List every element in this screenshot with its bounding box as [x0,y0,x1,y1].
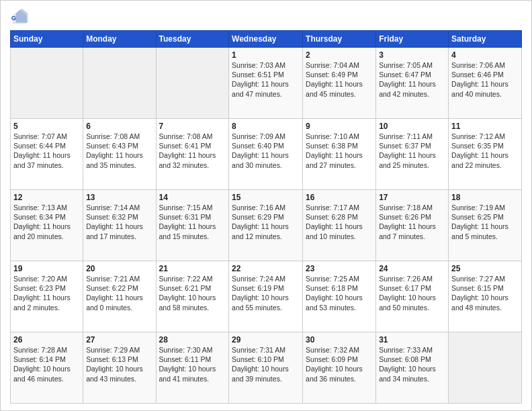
day-info: Sunrise: 7:05 AMSunset: 6:47 PMDaylight:… [379,60,445,99]
day-number: 26 [13,335,80,345]
day-number: 31 [379,335,445,345]
day-number: 21 [159,264,226,273]
table-cell: 25Sunrise: 7:27 AMSunset: 6:15 PMDayligh… [449,261,522,332]
day-info: Sunrise: 7:17 AMSunset: 6:28 PMDaylight:… [306,203,373,241]
day-info: Sunrise: 7:27 AMSunset: 6:15 PMDaylight:… [451,274,519,312]
day-info: Sunrise: 7:13 AMSunset: 6:34 PMDaylight:… [13,203,80,241]
table-cell: 28Sunrise: 7:30 AMSunset: 6:11 PMDayligh… [156,332,229,404]
logo-icon: G [10,7,29,26]
day-info: Sunrise: 7:20 AMSunset: 6:23 PMDaylight:… [13,274,80,312]
day-info: Sunrise: 7:15 AMSunset: 6:31 PMDaylight:… [159,203,226,241]
col-sunday: Sunday [11,31,83,48]
day-info: Sunrise: 7:28 AMSunset: 6:14 PMDaylight:… [13,345,80,383]
col-friday: Friday [376,31,449,48]
day-info: Sunrise: 7:07 AMSunset: 6:44 PMDaylight:… [13,132,80,170]
table-cell [156,48,229,119]
logo: G [10,7,32,26]
day-info: Sunrise: 7:33 AMSunset: 6:08 PMDaylight:… [379,345,445,383]
day-number: 22 [232,264,300,273]
day-number: 27 [86,335,152,345]
table-cell: 18Sunrise: 7:19 AMSunset: 6:25 PMDayligh… [449,190,522,261]
day-info: Sunrise: 7:22 AMSunset: 6:21 PMDaylight:… [159,274,226,312]
table-cell [83,48,156,119]
table-cell: 10Sunrise: 7:11 AMSunset: 6:37 PMDayligh… [376,119,449,190]
day-number: 18 [451,193,519,202]
table-cell: 21Sunrise: 7:22 AMSunset: 6:21 PMDayligh… [156,261,229,332]
day-info: Sunrise: 7:04 AMSunset: 6:49 PMDaylight:… [306,60,373,99]
table-cell: 19Sunrise: 7:20 AMSunset: 6:23 PMDayligh… [11,261,83,332]
day-info: Sunrise: 7:11 AMSunset: 6:37 PMDaylight:… [379,132,445,170]
col-thursday: Thursday [303,31,376,48]
table-cell: 30Sunrise: 7:32 AMSunset: 6:09 PMDayligh… [303,332,376,404]
day-number: 5 [13,122,80,131]
table-cell: 29Sunrise: 7:31 AMSunset: 6:10 PMDayligh… [229,332,303,404]
day-info: Sunrise: 7:21 AMSunset: 6:22 PMDaylight:… [86,274,152,312]
table-cell: 23Sunrise: 7:25 AMSunset: 6:18 PMDayligh… [303,261,376,332]
day-number: 3 [379,50,445,60]
day-info: Sunrise: 7:32 AMSunset: 6:09 PMDaylight:… [306,345,373,383]
table-cell: 12Sunrise: 7:13 AMSunset: 6:34 PMDayligh… [11,190,83,261]
table-cell: 11Sunrise: 7:12 AMSunset: 6:35 PMDayligh… [449,119,522,190]
day-info: Sunrise: 7:24 AMSunset: 6:19 PMDaylight:… [232,274,300,312]
day-number: 19 [13,264,80,273]
day-number: 30 [306,335,373,345]
day-info: Sunrise: 7:25 AMSunset: 6:18 PMDaylight:… [306,274,373,312]
col-wednesday: Wednesday [229,31,303,48]
day-number: 20 [86,264,152,273]
day-info: Sunrise: 7:06 AMSunset: 6:46 PMDaylight:… [451,60,519,99]
table-cell: 31Sunrise: 7:33 AMSunset: 6:08 PMDayligh… [376,332,449,404]
calendar-header-row: Sunday Monday Tuesday Wednesday Thursday… [11,31,522,48]
table-cell: 20Sunrise: 7:21 AMSunset: 6:22 PMDayligh… [83,261,156,332]
day-info: Sunrise: 7:09 AMSunset: 6:40 PMDaylight:… [232,132,300,170]
day-number: 23 [306,264,373,273]
day-number: 16 [306,193,373,202]
table-cell [11,48,83,119]
table-cell: 24Sunrise: 7:26 AMSunset: 6:17 PMDayligh… [376,261,449,332]
table-cell [449,332,522,404]
day-number: 9 [306,122,373,131]
calendar-week-row: 5Sunrise: 7:07 AMSunset: 6:44 PMDaylight… [11,119,522,190]
day-number: 12 [13,193,80,202]
day-number: 14 [159,193,226,202]
col-monday: Monday [83,31,156,48]
day-number: 24 [379,264,445,273]
day-number: 4 [451,50,519,60]
svg-marker-1 [16,9,28,23]
table-cell: 26Sunrise: 7:28 AMSunset: 6:14 PMDayligh… [11,332,83,404]
day-info: Sunrise: 7:03 AMSunset: 6:51 PMDaylight:… [232,60,300,99]
table-cell: 22Sunrise: 7:24 AMSunset: 6:19 PMDayligh… [229,261,303,332]
calendar-week-row: 12Sunrise: 7:13 AMSunset: 6:34 PMDayligh… [11,190,522,261]
table-cell: 1Sunrise: 7:03 AMSunset: 6:51 PMDaylight… [229,48,303,119]
table-cell: 3Sunrise: 7:05 AMSunset: 6:47 PMDaylight… [376,48,449,119]
table-cell: 6Sunrise: 7:08 AMSunset: 6:43 PMDaylight… [83,119,156,190]
table-cell: 5Sunrise: 7:07 AMSunset: 6:44 PMDaylight… [11,119,83,190]
day-info: Sunrise: 7:18 AMSunset: 6:26 PMDaylight:… [379,203,445,241]
table-cell: 16Sunrise: 7:17 AMSunset: 6:28 PMDayligh… [303,190,376,261]
day-info: Sunrise: 7:12 AMSunset: 6:35 PMDaylight:… [451,132,519,170]
table-cell: 14Sunrise: 7:15 AMSunset: 6:31 PMDayligh… [156,190,229,261]
calendar-week-row: 19Sunrise: 7:20 AMSunset: 6:23 PMDayligh… [11,261,522,332]
day-number: 11 [451,122,519,131]
table-cell: 27Sunrise: 7:29 AMSunset: 6:13 PMDayligh… [83,332,156,404]
table-cell: 7Sunrise: 7:08 AMSunset: 6:41 PMDaylight… [156,119,229,190]
day-number: 6 [86,122,152,131]
day-info: Sunrise: 7:29 AMSunset: 6:13 PMDaylight:… [86,345,152,383]
day-info: Sunrise: 7:08 AMSunset: 6:41 PMDaylight:… [159,132,226,170]
table-cell: 2Sunrise: 7:04 AMSunset: 6:49 PMDaylight… [303,48,376,119]
table-cell: 17Sunrise: 7:18 AMSunset: 6:26 PMDayligh… [376,190,449,261]
day-info: Sunrise: 7:10 AMSunset: 6:38 PMDaylight:… [306,132,373,170]
page: G Sunday Monday Tuesday Wednesday Thursd… [0,0,532,411]
day-info: Sunrise: 7:31 AMSunset: 6:10 PMDaylight:… [232,345,300,383]
calendar-week-row: 1Sunrise: 7:03 AMSunset: 6:51 PMDaylight… [11,48,522,119]
day-info: Sunrise: 7:08 AMSunset: 6:43 PMDaylight:… [86,132,152,170]
day-number: 15 [232,193,300,202]
col-tuesday: Tuesday [156,31,229,48]
table-cell: 9Sunrise: 7:10 AMSunset: 6:38 PMDaylight… [303,119,376,190]
day-info: Sunrise: 7:26 AMSunset: 6:17 PMDaylight:… [379,274,445,312]
table-cell: 13Sunrise: 7:14 AMSunset: 6:32 PMDayligh… [83,190,156,261]
day-number: 28 [159,335,226,345]
header: G [10,7,522,26]
day-info: Sunrise: 7:30 AMSunset: 6:11 PMDaylight:… [159,345,226,383]
calendar-week-row: 26Sunrise: 7:28 AMSunset: 6:14 PMDayligh… [11,332,522,404]
day-number: 17 [379,193,445,202]
